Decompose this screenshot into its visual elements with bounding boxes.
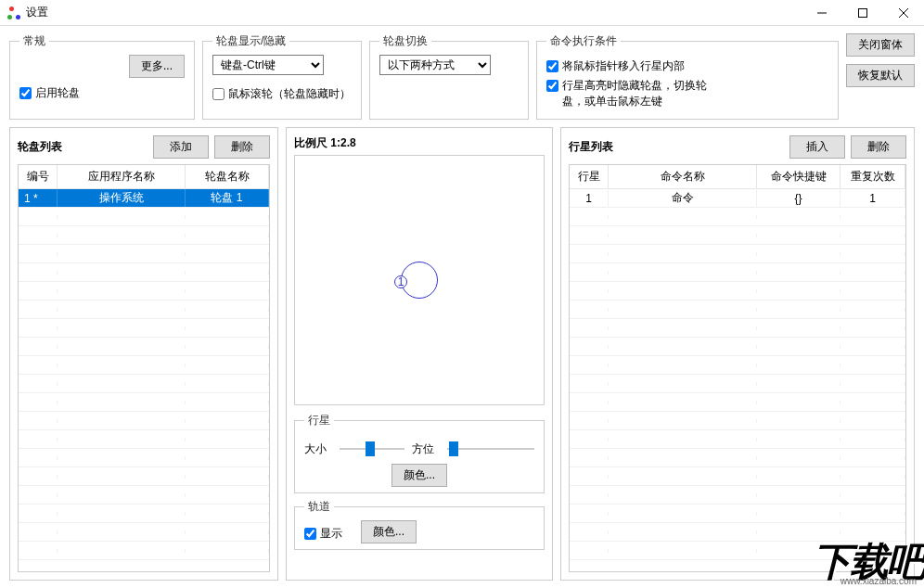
insert-button[interactable]: 插入 [789,135,845,159]
table-row[interactable] [19,338,269,356]
cell-wheel: 轮盘 1 [186,188,269,208]
table-row[interactable] [570,412,905,430]
table-row[interactable] [570,430,905,449]
close-button[interactable] [883,0,924,26]
planet-color-button[interactable]: 颜色... [391,464,447,487]
table-row[interactable] [19,282,269,300]
display-select[interactable]: 键盘-Ctrl键 [212,55,324,75]
fieldset-planet: 行星 大小 方位 颜色... [294,413,545,493]
table-row[interactable] [570,449,905,467]
enable-wheel-checkbox[interactable] [19,87,32,99]
table-row[interactable] [19,245,269,263]
scroll-label: 鼠标滚轮（轮盘隐藏时） [228,86,351,102]
cond2-checkbox[interactable] [546,80,558,92]
col-id[interactable]: 编号 [19,165,58,189]
table-row[interactable] [570,263,905,282]
col-repeat[interactable]: 重复次数 [841,165,905,189]
cond1-checkbox[interactable] [546,60,558,72]
cell-id: 1 * [19,190,58,207]
col-wheel[interactable]: 轮盘名称 [186,165,269,189]
orbit-color-button[interactable]: 颜色... [361,520,417,543]
cell-planet: 1 [570,190,609,207]
planet-circle: 1 [394,275,407,288]
table-row[interactable] [19,467,269,486]
table-row[interactable] [570,282,905,300]
table-row[interactable] [570,393,905,412]
table-row[interactable] [19,393,269,412]
pos-slider[interactable] [447,440,534,458]
table-row[interactable] [19,375,269,393]
table-row[interactable] [570,356,905,375]
app-icon [7,6,20,19]
table-row[interactable] [19,430,269,449]
table-row[interactable] [570,467,905,486]
legend-cond: 命令执行条件 [546,33,621,49]
delete-planet-button[interactable]: 删除 [851,135,906,159]
wheel-list-panel: 轮盘列表 添加 删除 编号 应用程序名称 轮盘名称 1 * 操作系统 轮盘 1 [9,127,278,581]
table-row[interactable] [570,486,905,505]
table-row[interactable] [570,300,905,319]
cell-repeat: 1 [841,190,905,207]
planet-table: 行星 命令名称 命令快捷键 重复次数 1 命令 {} 1 [569,164,906,572]
size-slider[interactable] [340,440,404,458]
maximize-button[interactable] [842,0,883,26]
switch-select[interactable]: 以下两种方式 [379,55,491,75]
col-app[interactable]: 应用程序名称 [58,165,186,189]
fieldset-orbit: 轨道 显示 颜色... [294,499,545,550]
table-row[interactable] [19,356,269,375]
scroll-checkbox[interactable] [212,88,225,100]
more-button[interactable]: 更多... [129,55,185,78]
table-row[interactable] [19,319,269,338]
add-button[interactable]: 添加 [153,135,209,159]
orbit-show-label: 显示 [320,526,342,542]
minimize-button[interactable] [802,0,842,26]
restore-default-button[interactable]: 恢复默认 [846,64,915,87]
orbit-show-checkbox[interactable] [304,528,316,540]
table-row[interactable] [19,300,269,319]
table-row[interactable] [570,319,905,338]
table-row[interactable] [570,245,905,263]
table-row[interactable] [19,263,269,282]
table-row[interactable] [570,505,905,523]
col-cmd[interactable]: 命令名称 [609,165,757,189]
table-row[interactable] [570,338,905,356]
table-row[interactable] [19,523,269,542]
table-row[interactable] [570,226,905,245]
col-planet[interactable]: 行星 [570,165,609,189]
table-row[interactable] [19,208,269,226]
enable-wheel-row[interactable]: 启用轮盘 [19,85,185,101]
orbit-show-row[interactable]: 显示 [304,526,342,542]
table-row[interactable]: 1 命令 {} 1 [570,189,905,208]
legend-orbit: 轨道 [304,499,334,515]
orbit-circle: 1 [401,262,438,299]
cond1-row[interactable]: 将鼠标指针移入行星内部 [546,58,828,74]
table-row[interactable] [19,505,269,523]
table-row[interactable] [19,449,269,467]
titlebar: 设置 [0,0,924,26]
scroll-row[interactable]: 鼠标滚轮（轮盘隐藏时） [212,86,352,102]
cond2-row[interactable]: 行星高亮时隐藏轮盘，切换轮盘，或单击鼠标左键 [546,78,828,109]
table-row[interactable] [19,542,269,560]
fieldset-cond: 命令执行条件 将鼠标指针移入行星内部 行星高亮时隐藏轮盘，切换轮盘，或单击鼠标左… [536,33,839,120]
cell-key: {} [757,190,841,207]
cond1-label: 将鼠标指针移入行星内部 [562,58,685,74]
size-label: 大小 [304,441,332,457]
cell-cmd: 命令 [609,188,757,208]
legend-general: 常规 [19,33,49,49]
pos-label: 方位 [412,441,440,457]
window-title: 设置 [26,5,802,20]
legend-switch: 轮盘切换 [379,33,431,49]
scale-label: 比例尺 1:2.8 [294,135,545,151]
delete-wheel-button[interactable]: 删除 [214,135,270,159]
table-row[interactable] [19,412,269,430]
table-row[interactable]: 1 * 操作系统 轮盘 1 [19,189,269,208]
table-row[interactable] [570,208,905,226]
table-row[interactable] [19,486,269,505]
wheel-preview: 1 [294,155,545,405]
fieldset-switch: 轮盘切换 以下两种方式 [369,33,529,120]
table-row[interactable] [19,226,269,245]
close-window-button[interactable]: 关闭窗体 [846,33,915,57]
table-row[interactable] [570,375,905,393]
wheel-table: 编号 应用程序名称 轮盘名称 1 * 操作系统 轮盘 1 [18,164,270,572]
col-key[interactable]: 命令快捷键 [757,165,841,189]
